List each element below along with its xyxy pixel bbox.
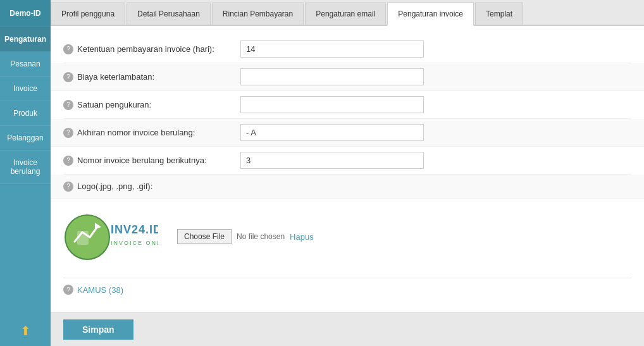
next-recurring-label: ? Nomor invoice berulang berikutnya:: [63, 156, 240, 166]
sidebar-brand[interactable]: Demo-ID: [0, 0, 51, 27]
tab-detail[interactable]: Detail Perusahaan: [127, 3, 211, 25]
sidebar-item-pengaturan[interactable]: Pengaturan: [0, 27, 51, 52]
save-button[interactable]: Simpan: [63, 319, 133, 340]
invoice-suffix-label: ? Akhiran nomor invoice berulang:: [63, 128, 240, 138]
tab-rincian[interactable]: Rincian Pembayaran: [212, 3, 304, 25]
help-icon-logo[interactable]: ?: [63, 182, 73, 192]
svg-text:INVOICE ONLINE: INVOICE ONLINE: [111, 240, 158, 246]
help-icon-payment[interactable]: ?: [63, 44, 73, 54]
invoice-suffix-row: ? Akhiran nomor invoice berulang:: [51, 119, 644, 147]
tab-email[interactable]: Pengaturan email: [305, 3, 386, 25]
late-fee-label: ? Biaya keterlambatan:: [63, 72, 240, 82]
svg-text:INV24.ID: INV24.ID: [111, 223, 158, 236]
help-icon-late-fee[interactable]: ?: [63, 72, 73, 82]
svg-rect-3: [77, 231, 89, 245]
late-fee-row: ? Biaya keterlambatan:: [51, 63, 644, 91]
hapus-link[interactable]: Hapus: [290, 232, 314, 242]
file-input-area: Choose File No file chosen Hapus: [177, 229, 314, 244]
sidebar-item-invoice[interactable]: Invoice: [0, 77, 51, 101]
tab-profil[interactable]: Profil pengguna: [51, 3, 125, 25]
next-recurring-row: ? Nomor invoice berulang berikutnya:: [63, 147, 631, 175]
help-icon-suffix[interactable]: ?: [63, 128, 73, 138]
kamus-link[interactable]: KAMUS (38): [77, 285, 123, 295]
tab-templat[interactable]: Templat: [475, 3, 523, 25]
sidebar-item-pelanggan[interactable]: Pelanggan: [0, 126, 51, 151]
logo-svg: INV24.ID INVOICE ONLINE: [63, 213, 158, 261]
unit-label: ? Satuan pengukuran:: [63, 100, 240, 110]
logo-preview: INV24.ID INVOICE ONLINE: [63, 211, 158, 262]
logo-label: ? Logo(.jpg, .png, .gif):: [63, 182, 240, 192]
logo-row: ? Logo(.jpg, .png, .gif):: [51, 175, 644, 199]
tabs-container: Profil pengguna Detail Perusahaan Rincia…: [51, 0, 644, 26]
unit-input[interactable]: [240, 96, 424, 113]
help-icon-kamus[interactable]: ?: [63, 285, 73, 295]
next-recurring-input[interactable]: [240, 152, 424, 169]
invoice-suffix-input[interactable]: [240, 124, 424, 141]
payment-terms-row: ? Ketentuan pembayaran invoice (hari):: [63, 35, 631, 63]
tab-invoice-settings[interactable]: Pengaturan invoice: [387, 3, 474, 26]
help-icon-unit[interactable]: ?: [63, 100, 73, 110]
footer: Simpan: [51, 312, 644, 346]
late-fee-input[interactable]: [240, 68, 424, 85]
sidebar: Demo-ID Pengaturan Pesanan Invoice Produ…: [0, 0, 51, 346]
payment-terms-input[interactable]: [240, 40, 424, 58]
help-icon-recurring[interactable]: ?: [63, 156, 73, 166]
file-name-label: No file chosen: [237, 232, 285, 241]
kamus-row: ? KAMUS (38): [63, 278, 631, 301]
unit-row: ? Satuan pengukuran:: [63, 91, 631, 119]
upload-icon[interactable]: ⬆: [0, 316, 51, 346]
sidebar-item-pesanan[interactable]: Pesanan: [0, 52, 51, 77]
main-area: Profil pengguna Detail Perusahaan Rincia…: [51, 0, 644, 346]
content-area: ? Ketentuan pembayaran invoice (hari): ?…: [51, 26, 644, 312]
payment-terms-label: ? Ketentuan pembayaran invoice (hari):: [63, 44, 240, 54]
sidebar-item-produk[interactable]: Produk: [0, 101, 51, 126]
sidebar-item-invoice-berulang[interactable]: Invoice berulang: [0, 151, 51, 184]
logo-section: INV24.ID INVOICE ONLINE Choose File No f…: [63, 199, 631, 275]
choose-file-button[interactable]: Choose File: [177, 229, 232, 244]
